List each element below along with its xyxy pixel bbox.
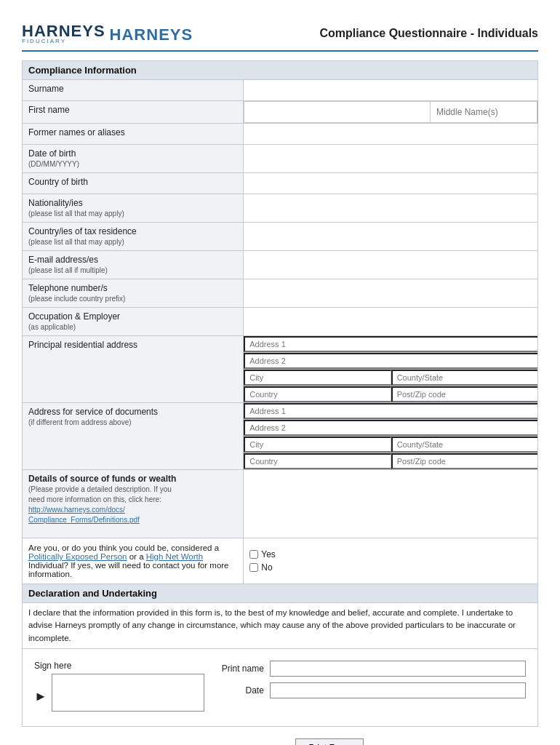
sign-section: Sign here ► Print name Date bbox=[28, 655, 532, 717]
page-title: Compliance Questionnaire - Individuals bbox=[320, 27, 539, 40]
date-input[interactable] bbox=[270, 682, 526, 698]
print-form-button[interactable]: Print Form bbox=[295, 738, 364, 745]
yes-checkbox[interactable] bbox=[249, 550, 258, 559]
surname-input[interactable] bbox=[249, 84, 532, 97]
print-name-label: Print name bbox=[213, 664, 264, 674]
service-city-input[interactable] bbox=[244, 437, 391, 453]
print-name-row: Print name bbox=[213, 661, 526, 677]
table-row: Surname bbox=[23, 80, 538, 101]
occupation-input[interactable] bbox=[249, 311, 532, 324]
service-addr-row-1 bbox=[244, 403, 537, 420]
source-link-1[interactable]: http://www.harneys.com/docs/Compliance_F… bbox=[28, 506, 140, 524]
pep-row: Are you, or do you think you could be, c… bbox=[23, 538, 538, 584]
service-addr-row-2 bbox=[244, 420, 537, 437]
table-row: Country/ies of tax residence(please list… bbox=[23, 223, 538, 251]
table-row: Telephone number/s(please include countr… bbox=[23, 279, 538, 308]
country-birth-label: Country of birth bbox=[23, 173, 244, 194]
principal-address-label: Principal residential address bbox=[23, 336, 244, 403]
dob-label: Date of birth(DD/MM/YYYY) bbox=[23, 145, 244, 173]
principal-county-input[interactable] bbox=[391, 370, 537, 386]
dob-input[interactable] bbox=[249, 148, 532, 162]
principal-city-input[interactable] bbox=[244, 370, 391, 386]
country-birth-input-cell[interactable] bbox=[244, 173, 538, 194]
sign-box[interactable] bbox=[52, 674, 204, 712]
telephone-input[interactable] bbox=[249, 283, 532, 296]
no-checkbox[interactable] bbox=[249, 563, 258, 572]
source-funds-input-cell[interactable] bbox=[244, 470, 538, 538]
surname-input-cell[interactable] bbox=[244, 80, 538, 101]
header: HARNEYS FIDUCIARY HARNEYS Compliance Que… bbox=[22, 22, 538, 44]
nationality-label: Nationality/ies(please list all that may… bbox=[23, 194, 244, 223]
occupation-input-cell[interactable] bbox=[244, 308, 538, 336]
sign-here-label: Sign here bbox=[34, 661, 71, 671]
former-names-input[interactable] bbox=[249, 127, 532, 140]
service-addr-row-4 bbox=[244, 453, 537, 469]
section-header: Compliance Information bbox=[23, 61, 538, 80]
tax-residence-input-cell[interactable] bbox=[244, 223, 538, 251]
table-row: Nationality/ies(please list all that may… bbox=[23, 194, 538, 223]
email-input[interactable] bbox=[249, 255, 532, 268]
logo-block-1: HARNEYS FIDUCIARY bbox=[22, 22, 105, 44]
service-postzip-input[interactable] bbox=[391, 453, 537, 469]
former-names-input-cell[interactable] bbox=[244, 124, 538, 145]
table-row: First name bbox=[23, 101, 538, 124]
yes-checkbox-label[interactable]: Yes bbox=[249, 549, 276, 559]
country-birth-input[interactable] bbox=[249, 177, 532, 190]
print-name-input[interactable] bbox=[270, 661, 526, 677]
service-county-input[interactable] bbox=[391, 437, 537, 453]
table-row: Occupation & Employer(as applicable) bbox=[23, 308, 538, 336]
service-address2-input[interactable] bbox=[244, 420, 537, 436]
service-addr-row-3 bbox=[244, 437, 537, 453]
table-row: E-mail address/es(please list all if mul… bbox=[23, 251, 538, 279]
hnw-link[interactable]: High Net Worth bbox=[146, 552, 203, 561]
service-address-container bbox=[244, 403, 537, 469]
telephone-input-cell[interactable] bbox=[244, 279, 538, 308]
declaration-header: Declaration and Undertaking bbox=[23, 584, 538, 603]
email-label: E-mail address/es(please list all if mul… bbox=[23, 251, 244, 279]
principal-address-input-cell bbox=[244, 336, 538, 403]
source-funds-textarea[interactable] bbox=[249, 474, 532, 532]
dob-input-cell[interactable] bbox=[244, 145, 538, 173]
surname-label: Surname bbox=[23, 80, 244, 101]
middle-name-input[interactable] bbox=[436, 105, 531, 119]
principal-address-container bbox=[244, 336, 537, 402]
nationality-input[interactable] bbox=[249, 198, 532, 211]
table-row: Principal residential address bbox=[23, 336, 538, 403]
service-country-input[interactable] bbox=[244, 453, 391, 469]
pep-link[interactable]: Politically Exposed Person bbox=[28, 552, 127, 561]
table-row: Former names or aliases bbox=[23, 124, 538, 145]
print-fields: Print name Date bbox=[213, 661, 526, 698]
principal-country-input[interactable] bbox=[244, 386, 391, 402]
tax-residence-input[interactable] bbox=[249, 226, 532, 239]
former-names-label: Former names or aliases bbox=[23, 124, 244, 145]
addr-row-3 bbox=[244, 370, 537, 386]
firstname-label: First name bbox=[23, 101, 244, 124]
table-row: Address for service of documents(if diff… bbox=[23, 403, 538, 470]
addr-row-2 bbox=[244, 353, 537, 370]
tax-residence-label: Country/ies of tax residence(please list… bbox=[23, 223, 244, 251]
email-input-cell[interactable] bbox=[244, 251, 538, 279]
sign-row: Sign here ► Print name Date bbox=[23, 648, 538, 726]
section-header-row: Compliance Information bbox=[23, 61, 538, 80]
principal-address2-input[interactable] bbox=[244, 353, 537, 369]
table-row: Country of birth bbox=[23, 173, 538, 194]
no-checkbox-label[interactable]: No bbox=[249, 562, 272, 573]
pep-checkbox-area: Yes No bbox=[249, 549, 532, 573]
sign-here-area: Sign here ► bbox=[34, 661, 204, 712]
principal-address1-input[interactable] bbox=[244, 336, 537, 352]
page: HARNEYS FIDUCIARY HARNEYS Compliance Que… bbox=[0, 0, 560, 745]
service-address-label: Address for service of documents(if diff… bbox=[23, 403, 244, 470]
footer: Compliance Questionnaire - Individuals P… bbox=[22, 738, 538, 745]
firstname-input[interactable] bbox=[244, 103, 430, 121]
firstname-input-cell[interactable] bbox=[244, 101, 537, 123]
logo-area: HARNEYS FIDUCIARY HARNEYS bbox=[22, 22, 193, 44]
table-row: Date of birth(DD/MM/YYYY) bbox=[23, 145, 538, 173]
service-address1-input[interactable] bbox=[244, 403, 537, 419]
pep-text-3: Individual? If yes, we will need to cont… bbox=[28, 561, 229, 578]
nationality-input-cell[interactable] bbox=[244, 194, 538, 223]
sign-arrow-icon: ► bbox=[34, 689, 47, 704]
declaration-text-row: I declare that the information provided … bbox=[23, 603, 538, 649]
occupation-label: Occupation & Employer(as applicable) bbox=[23, 308, 244, 336]
principal-postzip-input[interactable] bbox=[391, 386, 537, 402]
pep-text-cell: Are you, or do you think you could be, c… bbox=[23, 538, 244, 584]
